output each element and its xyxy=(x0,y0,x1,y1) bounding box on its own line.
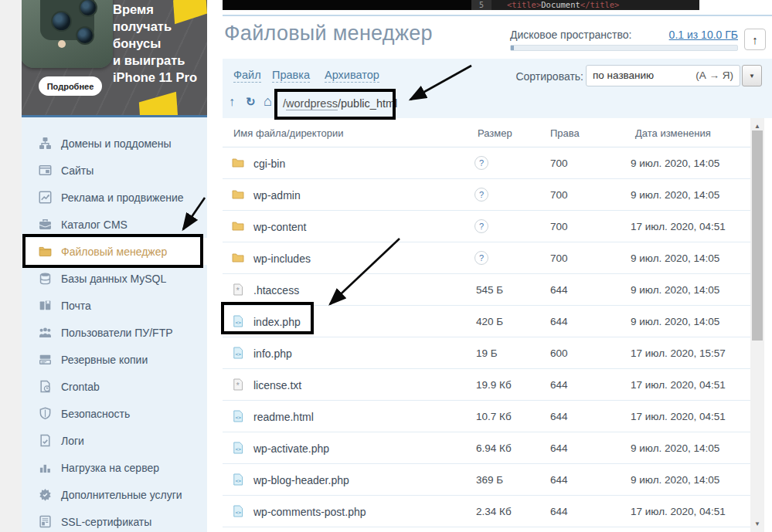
sidebar-item-label: Сайты xyxy=(61,164,94,177)
crontab-icon xyxy=(39,380,52,393)
file-date: 17 июл. 2020, 15:57 xyxy=(631,347,726,359)
sort-dropdown-button[interactable]: ▼ xyxy=(742,65,762,86)
go-up-button[interactable]: ↑ xyxy=(229,95,235,109)
sort-select[interactable]: по названию (А → Я) xyxy=(586,65,740,86)
sidebar-item-logs[interactable]: Логи xyxy=(22,427,207,454)
menu-file[interactable]: Файл xyxy=(233,69,261,83)
sidebar-item-security[interactable]: Безопасность xyxy=(22,400,207,427)
table-row-license-txt[interactable]: * license.txt 19.9 Кб 644 17 июл. 2020, … xyxy=(223,369,750,401)
table-row-readme-html[interactable]: <> readme.html 10.7 Кб 644 17 июл. 2020,… xyxy=(223,401,750,432)
disk-space-progressbar xyxy=(510,45,738,51)
sidebar-item-mysql[interactable]: Базы данных MySQL xyxy=(22,265,207,292)
refresh-button[interactable]: ↻ xyxy=(246,95,256,109)
sidebar-item-sites[interactable]: Сайты xyxy=(22,157,207,184)
file-size: 545 Б xyxy=(476,284,503,296)
file-size: 369 Б xyxy=(476,474,503,486)
table-row-index-php[interactable]: <> index.php 420 Б 644 9 июл. 2020, 14:0… xyxy=(223,306,750,337)
home-icon: ⌂ xyxy=(264,93,272,109)
file-rights: 600 xyxy=(550,347,568,359)
menu-edit[interactable]: Правка xyxy=(272,69,310,83)
file-name[interactable]: wp-activate.php xyxy=(253,442,329,455)
sidebar-item-label: Безопасность xyxy=(61,408,130,420)
file-date: 9 июл. 2020, 14:05 xyxy=(631,158,719,169)
file-name[interactable]: cgi-bin xyxy=(253,158,285,170)
banner-details-button[interactable]: Подробнее xyxy=(39,76,102,96)
home-button[interactable]: ⌂ xyxy=(264,93,272,110)
file-date: 9 июл. 2020, 14:05 xyxy=(631,442,719,454)
sidebar-item-label: Дополнительные услуги xyxy=(61,489,182,501)
users-icon xyxy=(39,326,52,339)
path-segment-wordpress[interactable]: wordpress xyxy=(286,97,338,110)
scrollbar-down-arrow[interactable]: ▼ xyxy=(750,520,764,527)
file-name[interactable]: wp-admin xyxy=(253,189,301,202)
table-row-cgi-bin[interactable]: cgi-bin ? 700 9 июл. 2020, 14:05 xyxy=(223,147,750,179)
file-name[interactable]: wp-comments-post.php xyxy=(253,506,366,518)
file-date: 17 июл. 2020, 04:51 xyxy=(631,379,726,391)
services-icon xyxy=(39,488,52,501)
folder-size-query[interactable]: ? xyxy=(474,251,488,265)
menu-archiver[interactable]: Архиватор xyxy=(325,69,379,83)
folder-size-query[interactable]: ? xyxy=(474,188,488,202)
file-rights: 700 xyxy=(550,252,568,264)
table-row-wp-comments-post-php[interactable]: <> wp-comments-post.php 2.34 Кб 644 17 и… xyxy=(223,496,750,527)
sidebar-item-server-load[interactable]: Нагрузка на сервер xyxy=(22,454,207,481)
cms-icon xyxy=(39,218,52,231)
column-name: Имя файла/директории xyxy=(233,127,343,139)
table-row-wp-activate-php[interactable]: <> wp-activate.php 6.94 Кб 644 9 июл. 20… xyxy=(223,432,750,464)
sidebar-item-file-manager[interactable]: Файловый менеджер xyxy=(22,238,207,265)
promo-banner[interactable]: Время получать бонусы и выиграть iPhone … xyxy=(22,0,207,117)
code-file-icon: <> xyxy=(232,347,244,359)
file-rights: 700 xyxy=(550,221,568,232)
svg-text:*: * xyxy=(236,381,240,390)
column-rights: Права xyxy=(550,127,580,139)
background-editor-strip[interactable]: 5 <title>Document</title> xyxy=(223,0,699,10)
svg-text:<>: <> xyxy=(235,415,241,421)
logs-icon xyxy=(39,434,52,447)
sidebar-item-ssl[interactable]: SSL-сертификаты xyxy=(22,508,207,532)
sidebar-item-services[interactable]: Дополнительные услуги xyxy=(22,481,207,508)
sidebar-item-label: Пользователи ПУ/FTP xyxy=(61,327,173,339)
folder-size-query[interactable]: ? xyxy=(474,219,488,233)
table-row-wp-includes[interactable]: wp-includes ? 700 9 июл. 2020, 14:05 xyxy=(223,242,750,274)
file-date: 17 июл. 2020, 04:51 xyxy=(631,411,726,422)
table-scrollbar[interactable]: ▲ ▼ xyxy=(750,118,764,532)
file-name[interactable]: wp-includes xyxy=(253,252,311,265)
backup-icon xyxy=(39,353,52,366)
file-size: 2.34 Кб xyxy=(476,506,512,517)
disk-space-value-link[interactable]: 0.1 из 10.0 ГБ xyxy=(669,29,738,41)
file-name[interactable]: index.php xyxy=(253,316,301,328)
file-name[interactable]: wp-blog-header.php xyxy=(253,474,349,486)
folder-size-query[interactable]: ? xyxy=(474,156,488,170)
code-tag-text: Document xyxy=(541,0,580,9)
svg-text:<>: <> xyxy=(235,320,241,326)
sidebar-item-cms[interactable]: Каталог CMS xyxy=(22,211,207,238)
sidebar-item-label: Логи xyxy=(61,435,84,447)
file-name[interactable]: license.txt xyxy=(253,379,301,391)
table-row-info-php[interactable]: <> info.php 19 Б 600 17 июл. 2020, 15:57 xyxy=(223,337,750,369)
sidebar-item-crontab[interactable]: Crontab xyxy=(22,373,207,400)
file-date: 17 июл. 2020, 04:51 xyxy=(631,221,726,232)
sidebar-item-label: Почта xyxy=(61,300,91,312)
file-table: Имя файла/директории Размер Права Дата и… xyxy=(223,118,750,532)
scrollbar-thumb[interactable] xyxy=(752,130,763,341)
server-load-icon xyxy=(39,461,52,474)
file-name[interactable]: .htaccess xyxy=(253,284,299,296)
mail-icon xyxy=(39,299,52,312)
scrollbar-up-arrow[interactable]: ▲ xyxy=(750,123,764,130)
file-name[interactable]: info.php xyxy=(253,347,292,360)
sidebar-item-domains[interactable]: Домены и поддомены xyxy=(22,130,207,157)
file-name[interactable]: wp-content xyxy=(253,221,306,233)
table-row-wp-blog-header-php[interactable]: <> wp-blog-header.php 369 Б 644 9 июл. 2… xyxy=(223,464,750,496)
table-row-wp-content[interactable]: wp-content ? 700 17 июл. 2020, 04:51 xyxy=(223,211,750,242)
database-icon xyxy=(39,272,52,285)
table-row-htaccess[interactable]: * .htaccess 545 Б 644 9 июл. 2020, 14:05 xyxy=(223,274,750,306)
table-row-wp-admin[interactable]: wp-admin ? 700 9 июл. 2020, 14:05 xyxy=(223,179,750,211)
file-name[interactable]: readme.html xyxy=(253,411,314,423)
sidebar-item-ads[interactable]: Реклама и продвижение xyxy=(22,184,207,211)
sidebar-item-mail[interactable]: Почта xyxy=(22,292,207,319)
sidebar-item-backups[interactable]: Резервные копии xyxy=(22,346,207,373)
upload-button[interactable]: ↑ xyxy=(744,29,766,50)
sidebar-item-users[interactable]: Пользователи ПУ/FTP xyxy=(22,319,207,346)
folder-icon xyxy=(232,252,244,264)
scroll-down-icon: ▼ xyxy=(754,520,760,527)
